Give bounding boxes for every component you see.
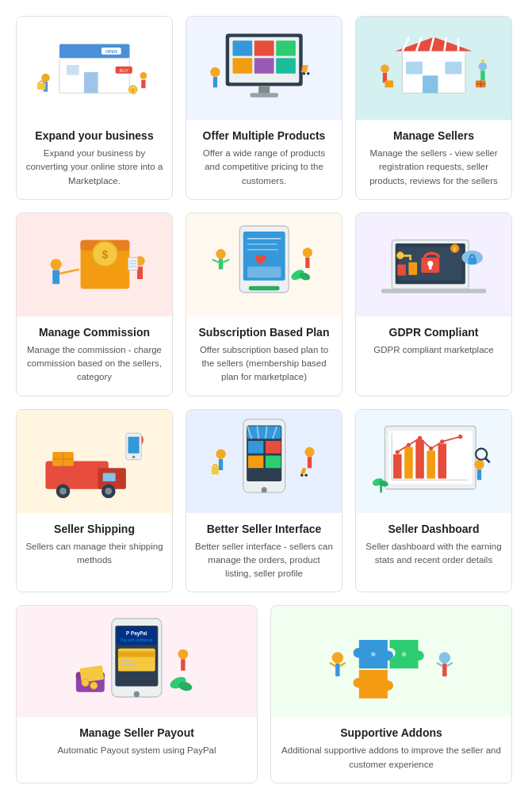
card-products: Offer Multiple Products Offer a wide ran… bbox=[186, 16, 342, 200]
svg-text:BUY: BUY bbox=[120, 67, 128, 72]
card-gdpr: ! GDPR Compliant GDPR compliant marketpl… bbox=[355, 213, 512, 396]
svg-point-141 bbox=[474, 460, 484, 469]
svg-line-169 bbox=[330, 663, 335, 667]
card-desc-dashboard: Seller dashboard with the earning stats … bbox=[364, 540, 503, 568]
svg-rect-114 bbox=[248, 441, 263, 454]
card-desc-products: Offer a wide range of products and compe… bbox=[194, 147, 334, 188]
svg-text:P PayPal: P PayPal bbox=[126, 630, 147, 637]
card-body-sellers: Manage Sellers Manage the sellers - view… bbox=[356, 120, 511, 199]
svg-rect-20 bbox=[232, 58, 252, 73]
svg-rect-132 bbox=[438, 443, 446, 478]
svg-point-162 bbox=[90, 682, 98, 689]
svg-rect-21 bbox=[254, 58, 274, 73]
svg-point-118 bbox=[261, 487, 266, 492]
svg-point-163 bbox=[178, 649, 189, 660]
svg-point-136 bbox=[429, 446, 433, 450]
svg-line-69 bbox=[223, 260, 229, 263]
svg-line-68 bbox=[212, 260, 219, 263]
svg-point-175 bbox=[371, 653, 375, 657]
svg-point-70 bbox=[302, 248, 312, 258]
svg-rect-130 bbox=[415, 440, 424, 479]
svg-point-134 bbox=[407, 443, 411, 447]
card-image-payout: P PayPal Pay with confidence bbox=[17, 606, 257, 717]
card-body-subscription: Subscription Based Plan Offer subscripti… bbox=[186, 316, 342, 396]
card-body-commission: Manage Commission Manage the commission … bbox=[17, 316, 172, 396]
svg-point-133 bbox=[395, 450, 399, 454]
svg-rect-67 bbox=[219, 259, 223, 270]
svg-rect-147 bbox=[380, 482, 382, 492]
svg-point-125 bbox=[304, 473, 308, 477]
svg-point-96 bbox=[59, 488, 67, 495]
svg-rect-131 bbox=[427, 450, 435, 478]
card-title-dashboard: Seller Dashboard bbox=[364, 523, 503, 535]
svg-point-27 bbox=[302, 71, 305, 75]
svg-rect-129 bbox=[404, 447, 413, 479]
card-body-expand: Expand your business Expand your busines… bbox=[17, 120, 172, 199]
svg-rect-52 bbox=[52, 270, 59, 285]
card-title-expand: Expand your business bbox=[25, 129, 164, 142]
card-desc-interface: Better seller interface - sellers can ma… bbox=[194, 540, 334, 581]
card-title-sellers: Manage Sellers bbox=[364, 129, 503, 142]
svg-text:!: ! bbox=[453, 247, 455, 252]
svg-point-171 bbox=[439, 653, 450, 664]
card-dashboard: Seller Dashboard Seller dashboard with t… bbox=[355, 409, 512, 593]
svg-rect-71 bbox=[305, 258, 309, 268]
svg-rect-35 bbox=[423, 75, 438, 93]
svg-rect-85 bbox=[409, 257, 411, 260]
svg-point-122 bbox=[304, 447, 314, 457]
svg-line-53 bbox=[59, 270, 79, 274]
card-image-commission: $ bbox=[17, 213, 172, 316]
card-expand: OPEN BUY $ bbox=[16, 16, 173, 200]
card-payout: P PayPal Pay with confidence bbox=[16, 605, 258, 783]
card-title-interface: Better Seller Interface bbox=[194, 523, 334, 535]
svg-line-144 bbox=[485, 458, 489, 462]
svg-line-170 bbox=[340, 663, 346, 667]
card-body-addons: Supportive Addons Additional supportive … bbox=[271, 717, 511, 783]
card-title-shipping: Seller Shipping bbox=[25, 523, 164, 535]
svg-rect-36 bbox=[406, 61, 423, 74]
svg-rect-17 bbox=[232, 40, 252, 56]
svg-point-66 bbox=[216, 249, 225, 259]
card-shipping: Seller Shipping Sellers can manage their… bbox=[16, 409, 173, 593]
card-image-sellers: ★ bbox=[356, 17, 511, 120]
card-subscription: Subscription Based Plan Offer subscripti… bbox=[186, 213, 342, 396]
card-image-gdpr: ! bbox=[356, 213, 511, 316]
svg-rect-154 bbox=[118, 652, 155, 657]
card-desc-payout: Automatic Payout system using PayPal bbox=[25, 744, 249, 757]
card-image-products bbox=[186, 17, 342, 120]
row-2: $ Manage Commission Manage the commissio… bbox=[16, 213, 512, 396]
svg-rect-84 bbox=[403, 255, 411, 257]
card-body-products: Offer Multiple Products Offer a wide ran… bbox=[186, 120, 342, 199]
card-title-products: Offer Multiple Products bbox=[194, 129, 334, 142]
svg-point-119 bbox=[216, 450, 225, 459]
svg-line-174 bbox=[447, 663, 453, 667]
svg-point-106 bbox=[132, 455, 136, 458]
svg-point-161 bbox=[82, 680, 89, 687]
svg-point-28 bbox=[307, 71, 310, 75]
svg-rect-74 bbox=[249, 286, 280, 290]
card-addons: Supportive Addons Additional supportive … bbox=[270, 605, 512, 783]
svg-point-38 bbox=[381, 64, 389, 73]
svg-rect-128 bbox=[393, 454, 402, 479]
row-3: Seller Shipping Sellers can manage their… bbox=[16, 409, 512, 593]
card-image-interface bbox=[186, 410, 342, 513]
svg-point-6 bbox=[41, 73, 50, 82]
svg-point-25 bbox=[210, 67, 220, 76]
card-body-payout: Manage Seller Payout Automatic Payout sy… bbox=[17, 717, 257, 768]
svg-rect-42 bbox=[480, 71, 484, 80]
svg-rect-88 bbox=[397, 265, 406, 276]
svg-rect-89 bbox=[408, 262, 417, 275]
svg-rect-22 bbox=[276, 58, 296, 73]
card-interface: Better Seller Interface Better seller in… bbox=[186, 409, 342, 593]
card-desc-gdpr: GDPR compliant marketplace bbox=[364, 343, 503, 357]
svg-rect-80 bbox=[429, 266, 432, 270]
svg-rect-18 bbox=[254, 40, 274, 56]
svg-point-143 bbox=[476, 449, 487, 460]
svg-point-138 bbox=[458, 435, 462, 439]
svg-rect-37 bbox=[445, 61, 461, 74]
svg-rect-168 bbox=[335, 664, 339, 676]
svg-text:$: $ bbox=[101, 248, 108, 261]
svg-point-137 bbox=[440, 439, 444, 443]
card-commission: $ Manage Commission Manage the commissio… bbox=[16, 213, 173, 396]
svg-rect-19 bbox=[276, 40, 296, 56]
